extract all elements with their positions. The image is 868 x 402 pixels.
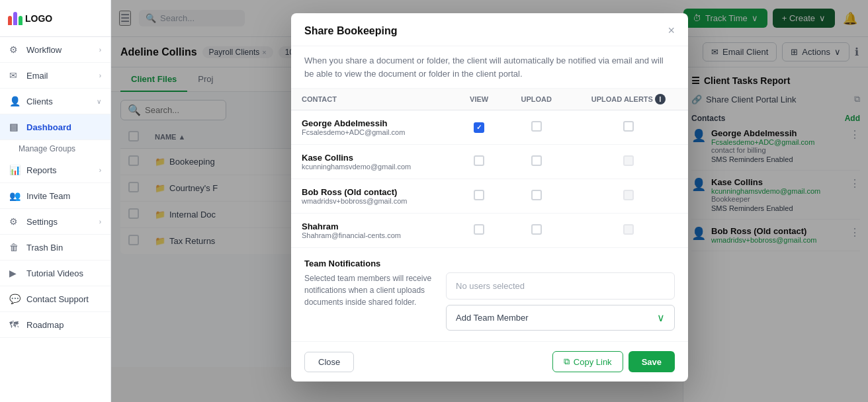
view-checkbox[interactable] [474, 224, 484, 235]
team-notif-body: Selected team members will receive notif… [304, 272, 675, 331]
upload-alerts-info-icon[interactable]: i [655, 94, 666, 104]
sidebar-item-email[interactable]: ✉ Email › [0, 63, 110, 89]
sidebar-item-label-roadmap: Roadmap [26, 320, 64, 330]
modal-footer: Close ⧉ Copy Link Save [291, 341, 688, 382]
copy-link-icon: ⧉ [564, 356, 570, 367]
modal-description: When you share a document or folder, the… [291, 46, 688, 89]
modal-contact-row: George Abdelmessih Fcsalesdemo+ADC@gmail… [291, 110, 688, 145]
modal-upload-cell [504, 179, 569, 214]
sidebar-item-settings[interactable]: ⚙ Settings › [0, 209, 110, 235]
modal-contact-email: Shahram@financial-cents.com [302, 231, 444, 239]
modal-alerts-cell [569, 110, 688, 145]
modal-contact-row: Kase Collins kcunninghamsvdemo@gmail.com [291, 145, 688, 179]
alerts-checkbox [623, 190, 634, 200]
view-checkbox[interactable] [474, 190, 484, 200]
close-modal-button[interactable]: Close [304, 352, 354, 372]
logo-text: LOGO [25, 13, 52, 24]
sidebar-item-label-settings: Settings [26, 217, 58, 227]
sidebar-item-roadmap[interactable]: 🗺 Roadmap [0, 312, 110, 338]
sidebar-item-label-invite-team: Invite Team [26, 191, 70, 201]
alerts-checkbox [623, 224, 634, 235]
team-notif-controls: No users selected Add Team Member ∨ [446, 272, 675, 331]
modal-view-cell [455, 145, 504, 179]
upload-checkbox[interactable] [531, 121, 542, 132]
sidebar-item-label-clients: Clients [26, 97, 53, 106]
sidebar-item-label-manage-groups: Manage Groups [19, 144, 75, 153]
reports-icon: 📊 [9, 165, 21, 175]
modal-upload-cell [504, 214, 569, 248]
modal-view-cell [455, 110, 504, 145]
chevron-icon: › [99, 218, 101, 225]
view-checkbox[interactable] [474, 122, 484, 133]
invite-icon: 👥 [9, 190, 21, 201]
modal-contact-row: Bob Ross (Old contact) wmadridsv+bobross… [291, 179, 688, 214]
sidebar: LOGO ⚙ Workflow › ✉ Email › 👤 Clients ∨ … [0, 0, 111, 402]
modal-contact-email: Fcsalesdemo+ADC@gmail.com [302, 128, 444, 136]
add-team-member-label: Add Team Member [456, 313, 529, 323]
sidebar-item-label-trash-bin: Trash Bin [26, 243, 63, 253]
trash-icon: 🗑 [9, 242, 21, 253]
sidebar-item-label-dashboard: Dashboard [26, 122, 71, 132]
modal-alerts-cell [569, 145, 688, 179]
upload-checkbox[interactable] [531, 224, 542, 235]
th-modal-contact: CONTACT [291, 89, 455, 110]
roadmap-icon: 🗺 [9, 319, 21, 330]
modal-title: Share Bookeeping [304, 25, 397, 37]
team-notif-desc: Selected team members will receive notif… [304, 272, 437, 331]
save-button[interactable]: Save [629, 351, 675, 372]
support-icon: 💬 [9, 294, 21, 304]
modal-contact-cell: Bob Ross (Old contact) wmadridsv+bobross… [291, 179, 455, 214]
alerts-checkbox[interactable] [623, 121, 634, 132]
view-checkbox[interactable] [474, 155, 484, 166]
modal-contact-cell: Shahram Shahram@financial-cents.com [291, 214, 455, 248]
clients-icon: 👤 [9, 96, 21, 106]
sidebar-item-workflow[interactable]: ⚙ Workflow › [0, 37, 110, 63]
logo-icon [8, 12, 22, 25]
logo: LOGO [0, 0, 110, 37]
modal-overlay[interactable]: Share Bookeeping × When you share a docu… [111, 0, 868, 402]
sidebar-item-clients[interactable]: 👤 Clients ∨ [0, 89, 110, 114]
sidebar-item-manage-groups[interactable]: Manage Groups [0, 140, 110, 157]
modal-contact-row: Shahram Shahram@financial-cents.com [291, 214, 688, 248]
modal-upload-cell [504, 145, 569, 179]
modal-upload-cell [504, 110, 569, 145]
sidebar-item-label-contact-support: Contact Support [26, 294, 89, 304]
team-notif-title: Team Notifications [304, 259, 675, 268]
modal-contact-name: George Abdelmessih [302, 118, 444, 128]
copy-link-button[interactable]: ⧉ Copy Link [552, 351, 623, 372]
no-users-box: No users selected [446, 272, 675, 300]
sidebar-item-label-tutorial-videos: Tutorial Videos [26, 268, 83, 278]
modal-contact-name: Kase Collins [302, 153, 444, 163]
modal-contact-name: Bob Ross (Old contact) [302, 187, 444, 197]
main-content: ☰ 🔍 Search... ⏱ Track Time ∨ + Create ∨ … [111, 0, 868, 402]
sidebar-item-tutorial-videos[interactable]: ▶ Tutorial Videos [0, 261, 110, 286]
sidebar-item-trash-bin[interactable]: 🗑 Trash Bin [0, 235, 110, 261]
upload-checkbox[interactable] [531, 190, 542, 200]
chevron-icon: ∨ [97, 98, 101, 105]
modal-contact-cell: George Abdelmessih Fcsalesdemo+ADC@gmail… [291, 110, 455, 145]
modal-contact-name: Shahram [302, 221, 444, 231]
video-icon: ▶ [9, 268, 21, 278]
dashboard-icon: ▤ [9, 122, 21, 132]
modal-contacts-table: CONTACT VIEW UPLOAD UPLOAD ALERTS i Geor… [291, 89, 688, 247]
upload-checkbox[interactable] [531, 155, 542, 166]
settings-icon: ⚙ [9, 216, 21, 227]
sidebar-item-invite-team[interactable]: 👥 Invite Team [0, 183, 110, 209]
modal-contact-cell: Kase Collins kcunninghamsvdemo@gmail.com [291, 145, 455, 179]
modal-close-button[interactable]: × [668, 24, 675, 38]
add-team-member-select[interactable]: Add Team Member ∨ [446, 305, 675, 331]
modal-alerts-cell [569, 214, 688, 248]
sidebar-item-contact-support[interactable]: 💬 Contact Support [0, 286, 110, 312]
th-modal-upload: UPLOAD [504, 89, 569, 110]
chevron-icon: › [99, 72, 101, 79]
share-modal: Share Bookeeping × When you share a docu… [291, 13, 688, 382]
sidebar-item-reports[interactable]: 📊 Reports › [0, 157, 110, 183]
copy-link-label: Copy Link [574, 357, 612, 367]
workflow-icon: ⚙ [9, 44, 21, 55]
th-modal-upload-alerts: UPLOAD ALERTS i [569, 89, 688, 110]
modal-alerts-cell [569, 179, 688, 214]
chevron-icon: › [99, 167, 101, 174]
alerts-checkbox [623, 155, 634, 166]
sidebar-item-dashboard[interactable]: ▤ Dashboard [0, 114, 110, 140]
email-icon: ✉ [9, 70, 21, 81]
